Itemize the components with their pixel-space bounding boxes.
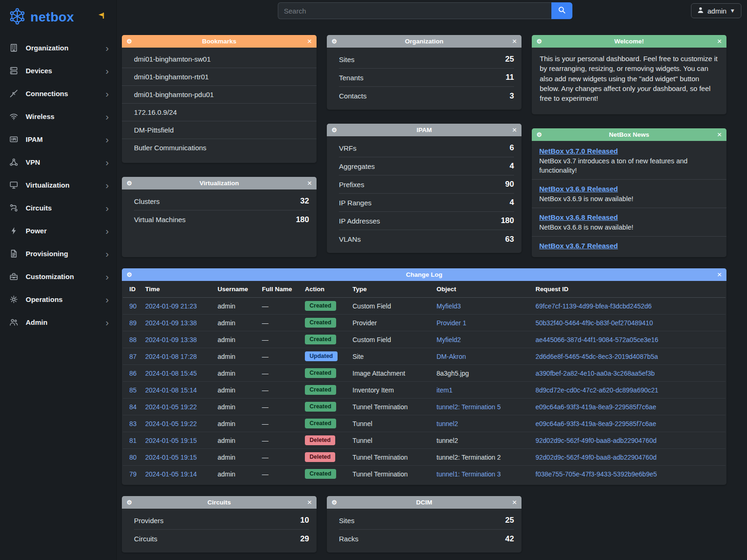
bookmark-link[interactable]: 172.16.0.9/24: [122, 104, 317, 121]
changelog-object-link[interactable]: Myfield2: [437, 336, 461, 343]
widget-close-icon[interactable]: ×: [307, 179, 312, 187]
changelog-request-id-link[interactable]: 69fce7cf-1139-4d99-bfea-f3dcbd2452d6: [536, 302, 652, 310]
changelog-time-link[interactable]: 2024-01-08 17:28: [145, 353, 197, 360]
changelog-request-id-link[interactable]: 92d02d9c-562f-49f0-baa8-adb22904760d: [536, 437, 656, 444]
search-button[interactable]: [551, 2, 572, 19]
changelog-object-link[interactable]: Myfield3: [437, 302, 461, 310]
sidebar-item-ipam[interactable]: IPAM›: [0, 128, 116, 151]
widget-config-icon[interactable]: ⚙: [127, 271, 132, 278]
widget-config-icon[interactable]: ⚙: [331, 126, 337, 133]
widget-config-icon[interactable]: ⚙: [127, 499, 132, 506]
stat-value[interactable]: 29: [300, 534, 309, 544]
sidebar-item-admin[interactable]: Admin›: [0, 311, 116, 334]
bookmark-flag-icon[interactable]: [98, 12, 105, 21]
changelog-id-link[interactable]: 84: [129, 403, 137, 411]
widget-close-icon[interactable]: ×: [512, 37, 517, 45]
changelog-object-link[interactable]: item1: [437, 386, 452, 394]
user-menu-button[interactable]: admin ▼: [691, 3, 741, 18]
changelog-request-id-link[interactable]: 2d6d6e8f-5465-45dc-8ec3-2019d4087b5a: [536, 353, 658, 360]
sidebar-item-organization[interactable]: Organization›: [0, 36, 116, 59]
changelog-time-link[interactable]: 2024-01-09 21:23: [145, 302, 197, 310]
changelog-request-id-link[interactable]: a390fbef-2a82-4e10-aa0a-3c268aa5ef3b: [536, 370, 655, 377]
changelog-request-id-link[interactable]: 92d02d9c-562f-49f0-baa8-adb22904760d: [536, 454, 656, 461]
widget-config-icon[interactable]: ⚙: [331, 38, 337, 45]
widget-close-icon[interactable]: ×: [307, 498, 312, 506]
widget-config-icon[interactable]: ⚙: [536, 131, 542, 138]
changelog-object-link[interactable]: DM-Akron: [437, 353, 466, 360]
stat-value[interactable]: 32: [300, 196, 309, 206]
netbox-logo[interactable]: netbox: [0, 0, 116, 35]
changelog-time-link[interactable]: 2024-01-09 13:38: [145, 319, 197, 327]
sidebar-item-wireless[interactable]: Wireless›: [0, 105, 116, 128]
sidebar-item-vpn[interactable]: VPN›: [0, 151, 116, 174]
news-link[interactable]: NetBox v3.6.7 Released: [539, 242, 618, 250]
widget-close-icon[interactable]: ×: [512, 126, 517, 134]
widget-close-icon[interactable]: ×: [717, 271, 722, 279]
changelog-time-link[interactable]: 2024-01-08 15:45: [145, 370, 197, 377]
widget-close-icon[interactable]: ×: [717, 37, 722, 45]
stat-value[interactable]: 180: [296, 215, 309, 224]
stat-value[interactable]: 6: [510, 143, 514, 153]
changelog-time-link[interactable]: 2024-01-05 19:22: [145, 420, 197, 427]
widget-config-icon[interactable]: ⚙: [127, 38, 132, 45]
stat-value[interactable]: 25: [505, 516, 514, 525]
stat-value[interactable]: 63: [505, 235, 514, 244]
stat-value[interactable]: 4: [510, 161, 514, 171]
changelog-object-link[interactable]: tunnel2: [437, 420, 458, 427]
changelog-id-link[interactable]: 80: [129, 454, 137, 461]
changelog-request-id-link[interactable]: e09c64a6-93f3-419a-8ea9-229585f7c6ae: [536, 403, 656, 411]
changelog-time-link[interactable]: 2024-01-08 15:14: [145, 386, 197, 394]
widget-close-icon[interactable]: ×: [307, 37, 312, 45]
changelog-request-id-link[interactable]: f038e755-705e-47f3-9433-5392b9e6b9e5: [536, 470, 657, 478]
stat-value[interactable]: 90: [505, 180, 514, 189]
changelog-request-id-link[interactable]: ae445066-387d-44f1-9084-572a05ce3e16: [536, 336, 658, 343]
changelog-object-link[interactable]: tunnel1: Termination 3: [437, 470, 501, 478]
changelog-request-id-link[interactable]: 50b32f40-5464-4f9c-b83f-0ef270489410: [536, 319, 653, 327]
news-link[interactable]: NetBox v3.6.9 Released: [539, 185, 618, 193]
changelog-id-link[interactable]: 79: [129, 470, 137, 478]
sidebar-item-power[interactable]: Power›: [0, 219, 116, 242]
widget-config-icon[interactable]: ⚙: [536, 38, 542, 45]
sidebar-item-connections[interactable]: Connections›: [0, 82, 116, 105]
sidebar-item-virtualization[interactable]: Virtualization›: [0, 174, 116, 196]
bookmark-link[interactable]: Butler Communications: [122, 139, 317, 156]
changelog-id-link[interactable]: 88: [129, 336, 137, 343]
bookmark-link[interactable]: dmi01-binghamton-sw01: [122, 50, 317, 68]
changelog-id-link[interactable]: 87: [129, 353, 137, 360]
widget-config-icon[interactable]: ⚙: [127, 180, 132, 187]
changelog-time-link[interactable]: 2024-01-05 19:15: [145, 454, 197, 461]
stat-value[interactable]: 25: [505, 55, 514, 64]
stat-value[interactable]: 4: [510, 198, 514, 207]
stat-value[interactable]: 11: [506, 73, 514, 82]
changelog-id-link[interactable]: 86: [129, 370, 137, 377]
sidebar-item-operations[interactable]: Operations›: [0, 288, 116, 311]
sidebar-item-devices[interactable]: Devices›: [0, 59, 116, 82]
widget-close-icon[interactable]: ×: [717, 131, 722, 139]
changelog-object-link[interactable]: Provider 1: [437, 319, 466, 327]
changelog-id-link[interactable]: 90: [129, 302, 137, 310]
changelog-request-id-link[interactable]: e09c64a6-93f3-419a-8ea9-229585f7c6ae: [536, 420, 656, 427]
widget-config-icon[interactable]: ⚙: [331, 499, 337, 506]
stat-value[interactable]: 10: [300, 516, 309, 525]
sidebar-item-customization[interactable]: Customization›: [0, 265, 116, 288]
sidebar-item-circuits[interactable]: Circuits›: [0, 196, 116, 219]
changelog-id-link[interactable]: 83: [129, 420, 137, 427]
widget-close-icon[interactable]: ×: [512, 498, 517, 506]
changelog-id-link[interactable]: 81: [129, 437, 137, 444]
changelog-id-link[interactable]: 89: [129, 319, 137, 327]
changelog-time-link[interactable]: 2024-01-05 19:15: [145, 437, 197, 444]
stat-value[interactable]: 42: [505, 534, 514, 544]
sidebar-item-provisioning[interactable]: Provisioning›: [0, 242, 116, 265]
bookmark-link[interactable]: DM-Pittsfield: [122, 121, 317, 139]
stat-value[interactable]: 180: [501, 216, 514, 225]
changelog-time-link[interactable]: 2024-01-05 19:14: [145, 470, 197, 478]
news-link[interactable]: NetBox v3.7.0 Released: [539, 147, 618, 155]
search-input[interactable]: [278, 2, 551, 19]
stat-value[interactable]: 3: [510, 91, 514, 101]
changelog-id-link[interactable]: 85: [129, 386, 137, 394]
changelog-object-link[interactable]: tunnel2: Termination 5: [437, 403, 501, 411]
changelog-request-id-link[interactable]: 8d9cd72e-cd0c-47c2-a620-dc899a690c21: [536, 386, 658, 394]
bookmark-link[interactable]: dmi01-binghamton-pdu01: [122, 86, 317, 104]
news-link[interactable]: NetBox v3.6.8 Released: [539, 213, 618, 221]
changelog-time-link[interactable]: 2024-01-05 19:22: [145, 403, 197, 411]
